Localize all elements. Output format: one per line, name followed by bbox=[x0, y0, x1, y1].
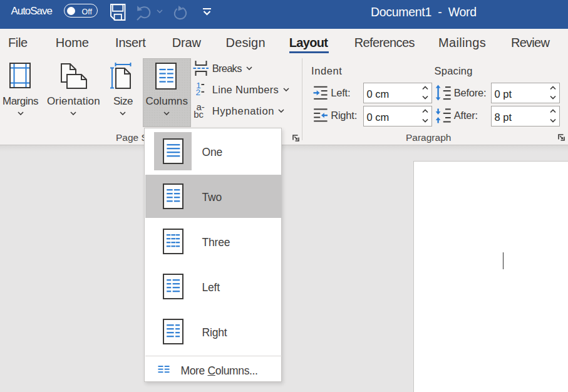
svg-text:bc: bc bbox=[194, 109, 204, 118]
svg-text:2: 2 bbox=[196, 88, 201, 97]
